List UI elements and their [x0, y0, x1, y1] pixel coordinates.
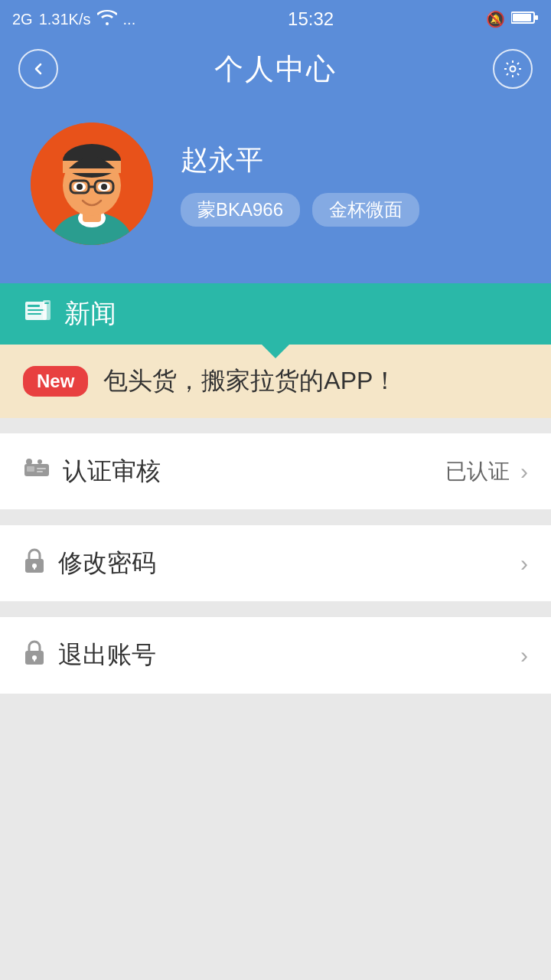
svg-rect-19: [28, 305, 40, 307]
profile-tags: 蒙BKA966 金杯微面: [181, 193, 419, 227]
menu-item-left-certification: 认证审核: [23, 455, 161, 488]
profile-name: 赵永平: [181, 142, 419, 179]
page-title: 个人中心: [214, 50, 337, 89]
menu-item-left-password: 修改密码: [23, 547, 156, 580]
certification-icon: [23, 457, 51, 485]
avatar: [31, 122, 153, 245]
bell-icon: 🔕: [486, 10, 505, 28]
battery-icon: [511, 11, 539, 28]
page-header: 个人中心: [0, 38, 551, 100]
section-divider-1: [0, 418, 551, 433]
new-badge: New: [23, 366, 88, 397]
certification-label: 认证审核: [63, 455, 161, 488]
svg-rect-35: [34, 658, 35, 662]
news-banner-text: 包头货，搬家拉货的APP！: [103, 364, 397, 398]
profile-info: 赵永平 蒙BKA966 金杯微面: [181, 142, 419, 227]
menu-divider-1: [0, 510, 551, 525]
profile-tag-plate: 蒙BKA966: [181, 193, 300, 227]
news-banner-triangle: [262, 345, 289, 358]
svg-point-26: [26, 459, 32, 465]
svg-point-16: [77, 184, 83, 190]
svg-point-3: [510, 67, 516, 72]
menu-item-right-certification: 已认证 ›: [445, 457, 528, 486]
menu-item-right-logout: ›: [520, 642, 528, 668]
svg-rect-32: [34, 566, 35, 570]
svg-rect-23: [44, 302, 49, 304]
svg-point-17: [101, 184, 107, 190]
menu-item-certification[interactable]: 认证审核 已认证 ›: [0, 433, 551, 510]
menu-section: 认证审核 已认证 › 修改密码 ›: [0, 433, 551, 694]
signal-icon: 2G: [12, 11, 33, 28]
news-icon: [23, 298, 52, 330]
chevron-right-icon: ›: [520, 459, 528, 485]
svg-rect-1: [513, 14, 531, 21]
menu-item-logout[interactable]: 退出账号 ›: [0, 617, 551, 694]
svg-rect-2: [535, 15, 538, 20]
svg-rect-21: [28, 313, 41, 315]
speed-text: 1.31K/s: [39, 11, 91, 28]
status-bar-left: 2G 1.31K/s ...: [12, 10, 135, 29]
status-bar-right: 🔕: [486, 10, 539, 28]
chevron-right-icon-2: ›: [520, 550, 528, 577]
svg-rect-25: [27, 466, 34, 472]
more-dots: ...: [123, 11, 136, 28]
lock-icon-logout: [23, 639, 46, 672]
news-section-header: 新闻: [0, 283, 551, 345]
svg-rect-28: [37, 468, 46, 469]
logout-label: 退出账号: [58, 639, 156, 672]
svg-rect-29: [37, 471, 43, 472]
change-password-label: 修改密码: [58, 547, 156, 580]
menu-item-change-password[interactable]: 修改密码 ›: [0, 525, 551, 602]
status-bar: 2G 1.31K/s ... 15:32 🔕: [0, 0, 551, 38]
wifi-icon: [97, 10, 117, 29]
news-label: 新闻: [64, 296, 116, 332]
profile-section: 赵永平 蒙BKA966 金杯微面: [0, 100, 551, 283]
settings-button[interactable]: [493, 49, 533, 89]
menu-divider-2: [0, 602, 551, 617]
menu-item-left-logout: 退出账号: [23, 639, 156, 672]
profile-tag-vehicle: 金杯微面: [312, 193, 419, 227]
lock-icon-password: [23, 547, 46, 580]
status-bar-time: 15:32: [288, 8, 334, 30]
bottom-fill: [0, 694, 551, 923]
back-button[interactable]: [18, 49, 58, 89]
svg-rect-20: [28, 309, 44, 311]
chevron-right-icon-3: ›: [520, 642, 528, 668]
menu-item-right-password: ›: [520, 550, 528, 577]
news-banner[interactable]: New 包头货，搬家拉货的APP！: [0, 345, 551, 418]
svg-point-27: [37, 459, 42, 464]
certification-status: 已认证: [445, 457, 510, 486]
